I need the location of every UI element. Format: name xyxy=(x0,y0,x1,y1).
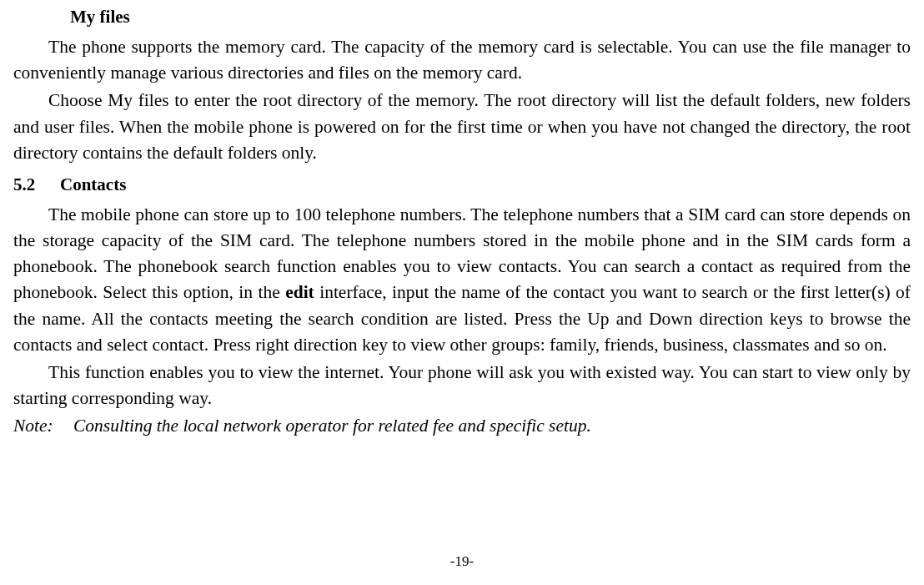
paragraph-phonebook: The mobile phone can store up to 100 tel… xyxy=(13,202,911,358)
note-label: Note: xyxy=(13,413,73,439)
paragraph-memory-card: The phone supports the memory card. The … xyxy=(13,34,911,86)
heading-my-files: My files xyxy=(70,7,911,28)
section-number: 5.2 xyxy=(13,174,60,195)
section-title: Contacts xyxy=(60,174,126,194)
paragraph-root-directory: Choose My files to enter the root direct… xyxy=(13,88,911,166)
note-text: Consulting the local network operator fo… xyxy=(73,416,591,436)
page-number: -19- xyxy=(0,553,924,570)
edit-bold: edit xyxy=(285,282,314,302)
paragraph-internet: This function enables you to view the in… xyxy=(13,360,911,411)
heading-contacts: 5.2Contacts xyxy=(13,174,911,195)
note-line: Note:Consulting the local network operat… xyxy=(13,413,911,439)
